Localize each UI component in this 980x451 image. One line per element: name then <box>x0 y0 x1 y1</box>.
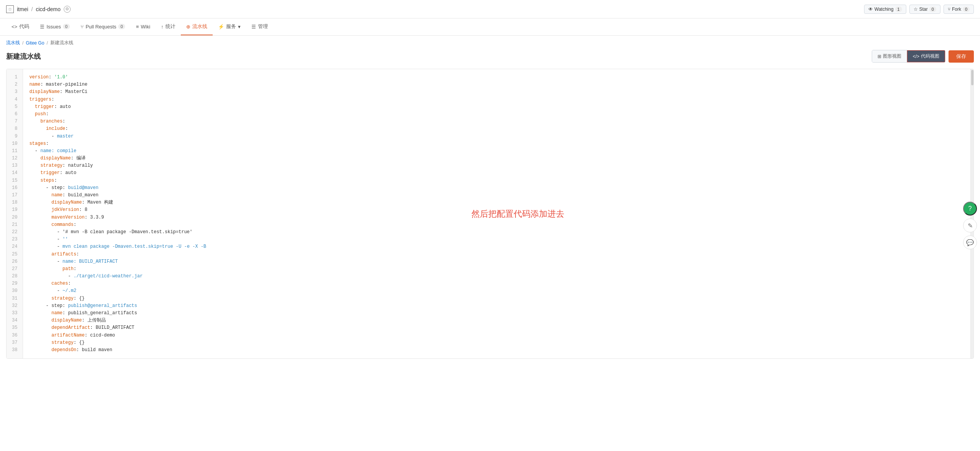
breadcrumb: 流水线 / Gitee Go / 新建流水线 <box>0 36 980 50</box>
nav-tabs: <> 代码 ☰ Issues 0 ⑂ Pull Requests 0 ≡ Wik… <box>0 18 980 36</box>
code-line: displayName: Maven 构建 <box>29 199 964 206</box>
breadcrumb-pipeline[interactable]: 流水线 <box>6 40 20 46</box>
chat-button[interactable]: 💬 <box>963 235 977 249</box>
line-number: 31 <box>10 295 19 302</box>
fork-label: Fork <box>952 7 961 12</box>
fork-icon: ⑂ <box>948 7 950 12</box>
fork-button[interactable]: ⑂ Fork 0 <box>944 5 974 14</box>
line-number: 37 <box>10 339 19 347</box>
line-number: 7 <box>10 118 19 125</box>
code-view-button[interactable]: </> 代码视图 <box>907 50 945 62</box>
repo-settings-icon[interactable]: ⚙ <box>64 6 71 13</box>
line-number: 12 <box>10 155 19 162</box>
repo-owner-link[interactable]: itmei <box>17 6 28 12</box>
star-button[interactable]: ☆ Star 0 <box>909 5 940 14</box>
service-icon: ⚡ <box>218 24 224 30</box>
tab-pr-label: Pull Requests <box>86 24 116 30</box>
code-line: - name: BUILD_ARTIFACT <box>29 258 964 265</box>
tab-wiki[interactable]: ≡ Wiki <box>131 19 155 35</box>
page-content: 新建流水线 ⊞ 图形视图 </> 代码视图 保存 123456789101112… <box>0 50 980 359</box>
tab-code[interactable]: <> 代码 <box>6 18 35 35</box>
tab-issues[interactable]: ☰ Issues 0 <box>35 19 75 35</box>
breadcrumb-gitee-go[interactable]: Gitee Go <box>26 40 44 46</box>
code-line: name: build_maven <box>29 192 964 199</box>
line-number: 28 <box>10 273 19 280</box>
tab-pull-requests[interactable]: ⑂ Pull Requests 0 <box>75 19 131 35</box>
line-number: 1 <box>10 74 19 81</box>
code-line: version: '1.0' <box>29 74 964 81</box>
page-title: 新建流水线 <box>6 52 41 61</box>
line-number: 18 <box>10 199 19 206</box>
manage-icon: ☰ <box>251 24 256 30</box>
code-line: mavenVersion: 3.3.9 <box>29 214 964 221</box>
line-number: 33 <box>10 310 19 317</box>
line-number: 13 <box>10 162 19 169</box>
line-number: 38 <box>10 347 19 354</box>
line-number: 14 <box>10 169 19 177</box>
code-line: strategy: {} <box>29 339 964 347</box>
tab-stats-label: 统计 <box>165 23 175 30</box>
code-line: dependsOn: build maven <box>29 347 964 354</box>
code-editor: 1234567891011121314151617181920212223242… <box>6 69 974 359</box>
tab-service[interactable]: ⚡ 服务 ▾ <box>213 18 246 35</box>
code-line: name: master-pipeline <box>29 81 964 88</box>
star-icon: ☆ <box>914 7 918 12</box>
code-line: commands: <box>29 221 964 229</box>
eye-icon: 👁 <box>868 7 873 12</box>
edit-button[interactable]: ✎ <box>963 219 977 232</box>
scrollbar-thumb <box>971 70 973 85</box>
code-line: name: publish_general_artifacts <box>29 310 964 317</box>
header-actions: 👁 Watching 1 ☆ Star 0 ⑂ Fork 0 <box>864 5 974 14</box>
repo-path: itmei / cicd-demo <box>17 6 61 12</box>
code-line: strategy: naturally <box>29 162 964 169</box>
tab-stats[interactable]: ↑ 统计 <box>155 18 181 35</box>
code-line: branches: <box>29 118 964 125</box>
line-number: 30 <box>10 287 19 295</box>
line-number: 16 <box>10 184 19 192</box>
save-button[interactable]: 保存 <box>949 50 974 63</box>
issues-badge: 0 <box>63 24 70 29</box>
tab-pipeline[interactable]: ⊕ 流水线 <box>181 18 213 35</box>
line-number: 25 <box>10 251 19 258</box>
code-line: trigger: auto <box>29 169 964 177</box>
code-content[interactable]: version: '1.0'name: master-pipelinedispl… <box>23 69 970 358</box>
pipeline-icon: ⊕ <box>186 24 190 30</box>
code-line: dependArtifact: BUILD_ARTIFACT <box>29 324 964 332</box>
repo-name-link[interactable]: cicd-demo <box>36 6 61 12</box>
repo-info: □ itmei / cicd-demo ⚙ <box>6 5 71 13</box>
breadcrumb-current: 新建流水线 <box>50 40 73 46</box>
line-number: 23 <box>10 236 19 243</box>
star-label: Star <box>919 7 928 12</box>
tab-wiki-label: Wiki <box>141 24 150 30</box>
chat-icon: 💬 <box>966 239 974 246</box>
service-dropdown-icon: ▾ <box>238 24 241 30</box>
code-line: push: <box>29 111 964 118</box>
line-number: 11 <box>10 148 19 155</box>
wiki-icon: ≡ <box>136 24 139 30</box>
tab-pipeline-label: 流水线 <box>192 23 207 30</box>
code-line: jdkVersion: 8 <box>29 206 964 214</box>
line-number: 35 <box>10 324 19 332</box>
graphic-view-button[interactable]: ⊞ 图形视图 <box>872 50 907 62</box>
line-number: 9 <box>10 133 19 140</box>
code-line: - name: compile <box>29 148 964 155</box>
code-line: - ./target/cicd-weather.jar <box>29 273 964 280</box>
code-line: steps: <box>29 177 964 184</box>
help-button[interactable]: ? <box>963 202 977 216</box>
tab-manage-label: 管理 <box>258 23 268 30</box>
watching-label: Watching <box>874 7 894 12</box>
line-number: 10 <box>10 140 19 148</box>
tab-service-label: 服务 <box>226 23 236 30</box>
line-number: 17 <box>10 192 19 199</box>
code-line: displayName: 上传制品 <box>29 317 964 324</box>
star-count: 0 <box>929 7 936 12</box>
code-line: displayName: 编译 <box>29 155 964 162</box>
top-header: □ itmei / cicd-demo ⚙ 👁 Watching 1 ☆ Sta… <box>0 0 980 18</box>
code-line: - master <box>29 133 964 140</box>
code-line: - '# mvn -B clean package -Dmaven.test.s… <box>29 229 964 236</box>
stats-icon: ↑ <box>161 24 164 30</box>
watching-button[interactable]: 👁 Watching 1 <box>864 5 906 14</box>
line-number: 36 <box>10 332 19 339</box>
tab-manage[interactable]: ☰ 管理 <box>246 18 273 35</box>
line-number: 6 <box>10 111 19 118</box>
